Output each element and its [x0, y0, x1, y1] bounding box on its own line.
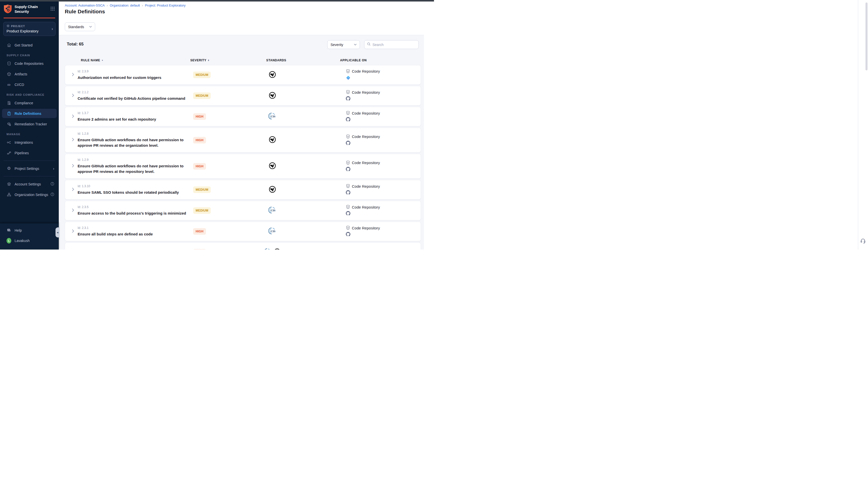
rule-id: Id: 2.1.2 [78, 90, 193, 94]
brand-accent-rule [3, 17, 55, 19]
owasp-icon [269, 136, 276, 144]
applicable-target: Code Repository [352, 111, 380, 115]
rule-row[interactable]: Id: 2.3.5Ensure access to the build proc… [65, 201, 421, 220]
grid-icon[interactable] [50, 7, 55, 12]
nav-item-label: Code Repositories [15, 62, 44, 65]
rule-row[interactable]: Id: 2.3.1Ensure all build steps are defi… [65, 222, 421, 241]
standards-cell [241, 186, 303, 194]
sidebar-item-code-repositories[interactable]: Code Repositories [0, 59, 59, 68]
table-header: RULE NAME ▼ SEVERITY ▲▼ STANDARDS APPLIC… [59, 59, 424, 63]
severity-badge: MEDIUM [193, 93, 211, 99]
standards-cell: CIS [241, 227, 303, 236]
harness-code-icon: </> [346, 75, 351, 81]
rule-name: Ensure GitHub action workflows do not ha… [78, 163, 191, 174]
chevron-right-icon[interactable] [72, 208, 74, 213]
rule-row[interactable]: Id: 1.3.10Ensure SAML SSO tokens should … [65, 180, 421, 199]
artifacts-box-icon [7, 72, 11, 76]
breadcrumb: Account: Automation-SSCA › Organization:… [65, 3, 186, 7]
sidebar-item-user[interactable]: L Lavakush [0, 236, 59, 245]
chevron-right-icon[interactable] [72, 73, 74, 77]
chevron-separator-icon: › [107, 4, 108, 7]
sidebar-item-help[interactable]: ? Help [0, 226, 59, 235]
rule-row[interactable]: Id: 1.2.8Ensure GitHub action workflows … [65, 127, 421, 153]
standards-filter-dropdown[interactable]: Standards [65, 22, 95, 31]
sort-desc-icon: ▼ [101, 59, 104, 62]
breadcrumb-project-link[interactable]: Project: Product Exploratory [145, 3, 186, 7]
nav-divider [3, 160, 55, 161]
owasp-icon [273, 248, 281, 250]
rule-name: Ensure access to the build process's tri… [78, 210, 191, 216]
applicable-on-cell: Code Repository</> [303, 69, 421, 81]
rule-row[interactable]: Id: 1.2.9Ensure GitHub action workflows … [65, 154, 421, 179]
sidebar-item-account-settings[interactable]: Account Settings [0, 179, 59, 189]
rule-id: Id: 2.3.1 [78, 226, 193, 230]
rule-row[interactable]: Id: 2.1.2Certificate not verified by Git… [65, 86, 421, 106]
user-avatar: L [7, 238, 11, 243]
page-title: Rule Definitions [65, 9, 105, 15]
column-header-severity[interactable]: SEVERITY ▲▼ [182, 59, 218, 62]
github-icon [346, 117, 350, 123]
github-icon [346, 190, 350, 196]
applicable-target: Code Repository [352, 226, 380, 230]
sidebar-item-pipelines[interactable]: Pipelines [0, 148, 59, 158]
github-icon [346, 211, 350, 217]
rule-name: Ensure GitHub action workflows do not ha… [78, 137, 191, 148]
applicable-on-cell: Code Repository [303, 134, 421, 146]
rule-name: Certificate not verified by GitHub Actio… [78, 96, 191, 101]
github-icon [346, 167, 350, 172]
search-icon [367, 42, 371, 47]
nav-item-label: Compliance [15, 101, 33, 105]
sidebar-item-organization-settings[interactable]: Organization Settings [0, 190, 59, 199]
chevron-right-icon[interactable] [72, 164, 74, 169]
rule-row[interactable]: Id: 2.3.9Authorization not enforced for … [65, 65, 421, 85]
standards-cell [241, 162, 303, 170]
chevron-right-icon[interactable] [72, 187, 74, 192]
severity-filter-dropdown[interactable]: Severity [327, 40, 360, 49]
search-input[interactable] [372, 43, 418, 47]
nav-item-label: Pipelines [15, 151, 29, 155]
breadcrumb-account-link[interactable]: Account: Automation-SSCA [65, 3, 105, 7]
column-header-rule-name[interactable]: RULE NAME ▼ [81, 59, 103, 62]
breadcrumb-organization-link[interactable]: Organization: default [110, 3, 140, 7]
rule-name: Ensure SAML SSO tokens should be rotated… [78, 190, 191, 195]
chevron-separator-icon: › [142, 4, 143, 7]
applicable-on-cell: Code Repository [303, 226, 421, 238]
standards-filter-label: Standards [68, 25, 84, 29]
sidebar-item-artifacts[interactable]: Artifacts [0, 69, 59, 78]
rule-name: Ensure 2 admins are set for each reposit… [78, 117, 191, 122]
owasp-icon [269, 186, 276, 194]
chevron-right-icon[interactable] [72, 229, 74, 234]
code-repo-icon [346, 184, 350, 189]
github-icon [346, 232, 350, 238]
pipelines-icon [7, 151, 11, 155]
gear-icon: ⚙ [7, 166, 11, 171]
sidebar-item-ci-cd[interactable]: ∞CI/CD [0, 80, 59, 89]
sidebar-item-compliance[interactable]: Compliance [0, 98, 59, 108]
shield-network-icon [3, 4, 12, 15]
chevron-right-icon[interactable] [72, 138, 74, 143]
chevron-down-icon [89, 26, 92, 28]
applicable-on-cell: Code Repository [303, 205, 421, 217]
sidebar-item-rule-definitions[interactable]: Rule Definitions [2, 109, 57, 118]
applicable-target: Code Repository [352, 184, 380, 188]
chevron-down-icon [354, 44, 357, 46]
sidebar: Supply Chain Security PROJECT Product Ex… [0, 0, 59, 250]
code-repo-icon [346, 111, 350, 115]
project-selector[interactable]: PROJECT Product Exploratory › [3, 22, 55, 36]
rule-row[interactable]: Id: 1.1.9HIGHCISCode Repository [65, 242, 421, 250]
sidebar-item-get-started[interactable]: Get Started [0, 40, 59, 50]
sidebar-item-integrations[interactable]: Integrations [0, 138, 59, 147]
account-layers-icon [7, 182, 11, 186]
chevron-right-icon[interactable] [72, 94, 74, 98]
sidebar-collapse-handle[interactable]: ◀ [55, 227, 60, 238]
svg-text:CIS: CIS [271, 115, 275, 118]
chevron-right-icon[interactable] [72, 114, 74, 119]
code-repo-icon [346, 160, 350, 165]
sidebar-item-project-settings[interactable]: ⚙Project Settings› [0, 164, 59, 173]
code-repo-icon [346, 226, 350, 230]
chevron-right-icon: › [53, 167, 54, 171]
nav-section-label: MANAGE [0, 133, 59, 136]
rule-row[interactable]: Id: 1.3.7Ensure 2 admins are set for eac… [65, 107, 421, 126]
sidebar-item-remediation-tracker[interactable]: Remediation Tracker [0, 119, 59, 129]
rule-id: Id: 1.3.10 [78, 184, 193, 188]
